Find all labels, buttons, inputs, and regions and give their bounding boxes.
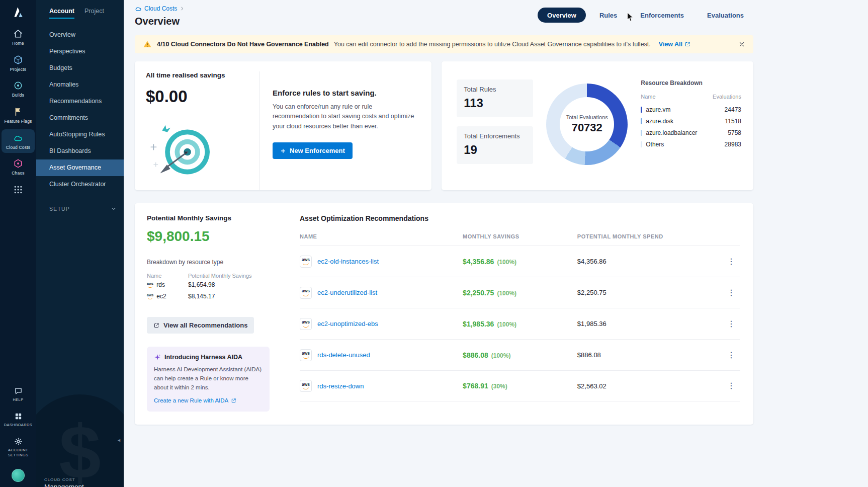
breakdown-row: Others28983 <box>641 138 741 150</box>
nav-pill-enforcements[interactable]: Enforcements <box>631 8 693 23</box>
rail-item-projects[interactable]: Projects <box>2 51 35 75</box>
rail-item-dashboards[interactable]: Dashboards <box>2 409 35 430</box>
setup-section-toggle[interactable]: SETUP <box>36 201 124 217</box>
rail-item-cloud-costs[interactable]: Cloud Costs <box>2 129 35 153</box>
monthly-savings-value: $1,985.36 <box>463 320 494 328</box>
breadcrumb-link[interactable]: Cloud Costs <box>144 5 177 12</box>
rail-item-chaos[interactable]: Chaos <box>2 155 35 179</box>
rail-item-feature-flags[interactable]: Feature Flags <box>2 103 35 127</box>
create-rule-aida-link[interactable]: Create a new Rule with AIDA <box>154 397 236 403</box>
kebab-menu-icon[interactable]: ⋮ <box>727 289 740 297</box>
kebab-menu-icon[interactable]: ⋮ <box>727 320 740 328</box>
aws-icon: aws <box>300 318 312 330</box>
user-avatar[interactable] <box>12 469 25 482</box>
rail-item-builds[interactable]: Builds <box>2 77 35 101</box>
home-icon <box>13 29 23 39</box>
sidebar-item-anomalies[interactable]: Anomalies <box>36 76 124 93</box>
savings-percentage: (100%) <box>497 321 516 328</box>
aws-icon: aws <box>300 380 312 392</box>
rail-item-modules[interactable] <box>2 181 35 198</box>
donut-label: Total Evaluations <box>566 114 608 120</box>
rail-item-home[interactable]: Home <box>2 25 35 49</box>
footer-title: Management <box>44 483 84 487</box>
recommendation-link[interactable]: rds-resize-down <box>317 382 364 390</box>
sidebar-tab-account[interactable]: Account <box>49 8 74 19</box>
nav-pill-evaluations[interactable]: Evaluations <box>698 8 753 23</box>
recommendation-link[interactable]: ec2-unoptimized-ebs <box>317 320 378 328</box>
breakdown-value: 5758 <box>728 129 741 136</box>
chaos-icon <box>13 158 23 169</box>
monthly-spend-value: $2,250.75 <box>577 289 701 296</box>
link-label: Create a new Rule with AIDA <box>154 397 228 403</box>
rail-item-label: Home <box>12 41 24 46</box>
scope-tabs: AccountProject <box>36 0 124 23</box>
sidebar-footer: CLOUD COST Management <box>44 477 84 487</box>
sidebar-item-budgets[interactable]: Budgets <box>36 60 124 76</box>
resource-name: ec2 <box>156 293 166 300</box>
breadcrumb: Cloud Costs <box>135 5 185 12</box>
column-header: NAME <box>300 233 463 239</box>
sidebar-item-overview[interactable]: Overview <box>36 27 124 43</box>
column-header-spacer <box>701 233 740 239</box>
aws-icon: aws <box>300 287 312 299</box>
aws-icon: aws <box>300 256 312 268</box>
recommendation-link[interactable]: ec2-underutilized-list <box>317 289 377 296</box>
sidebar-tab-project[interactable]: Project <box>84 8 104 19</box>
rail-item-help[interactable]: Help <box>2 383 35 405</box>
view-all-link[interactable]: View All <box>659 41 690 48</box>
table-body: awsec2-old-instances-list$4,356.86(100%)… <box>300 246 740 401</box>
sidebar-item-cluster-orchestrator[interactable]: Cluster Orchestrator <box>36 176 124 193</box>
breakdown-title: Resource Breakdown <box>641 79 741 87</box>
monthly-spend-value: $1,985.36 <box>577 320 701 328</box>
cloud-costs-sidebar: $ AccountProject OverviewPerspectivesBud… <box>36 0 124 487</box>
sidebar-item-asset-governance[interactable]: Asset Governance <box>36 159 124 176</box>
nav-pill-rules[interactable]: Rules <box>590 8 627 23</box>
kebab-menu-icon[interactable]: ⋮ <box>727 351 740 359</box>
table-title: Asset Optimization Recommendations <box>300 214 740 222</box>
topbar: Cloud Costs Overview OverviewRulesEnforc… <box>135 0 753 27</box>
kebab-menu-icon[interactable]: ⋮ <box>727 382 740 390</box>
promo-title: Introducing Harness AIDA <box>164 354 242 361</box>
breakdown-header: Name Potential Monthly Savings <box>147 273 275 279</box>
potential-savings-amount: $9,800.15 <box>147 228 275 245</box>
aws-icon: aws <box>147 282 153 288</box>
gear-icon <box>14 437 23 446</box>
asset-optimization-column: Asset Optimization Recommendations NAMEM… <box>287 214 753 412</box>
main-content: Cloud Costs Overview OverviewRulesEnforc… <box>124 0 868 487</box>
stat-value: 113 <box>464 96 526 110</box>
sidebar-item-perspectives[interactable]: Perspectives <box>36 43 124 60</box>
sidebar-item-autostopping-rules[interactable]: AutoStopping Rules <box>36 126 124 143</box>
nav-pill-overview[interactable]: Overview <box>538 8 586 23</box>
projects-icon <box>13 55 23 65</box>
sidebar-item-commitments[interactable]: Commitments <box>36 110 124 126</box>
warning-icon <box>143 40 152 49</box>
button-label: New Enforcement <box>290 147 345 154</box>
view-all-label: View All <box>659 41 682 48</box>
kebab-menu-icon[interactable]: ⋮ <box>727 258 740 266</box>
recommendation-row: awsrds-resize-down$768.91(30%)$2,563.02⋮ <box>300 370 740 401</box>
rail-item-account-settings[interactable]: Account Settings <box>2 434 35 460</box>
savings-percentage: (100%) <box>497 259 516 266</box>
sidebar-collapse-icon[interactable]: ◄ <box>117 438 121 443</box>
breakdown-name: azure.disk <box>646 118 673 125</box>
column-header: POTENTIAL MONTHLY SPEND <box>577 233 701 239</box>
aws-icon: aws <box>300 349 312 361</box>
realised-savings-card: All time realised savings $0.00 Enforce … <box>135 61 431 190</box>
breakdown-subtitle: Breakdown by resource type <box>147 259 275 266</box>
new-enforcement-button[interactable]: New Enforcement <box>273 142 353 159</box>
sparkle-icon <box>154 354 161 361</box>
recommendation-link[interactable]: rds-delete-unused <box>317 351 370 359</box>
sidebar-item-recommendations[interactable]: Recommendations <box>36 93 124 110</box>
harness-logo[interactable] <box>12 6 25 19</box>
recommendation-link[interactable]: ec2-old-instances-list <box>317 258 379 265</box>
legend-marker <box>641 118 642 124</box>
monthly-spend-value: $2,563.02 <box>577 382 701 390</box>
view-all-recommendations-button[interactable]: View all Recommendations <box>147 317 254 334</box>
breakdown-row: azure.loadbalancer5758 <box>641 127 741 138</box>
close-icon[interactable] <box>738 41 745 48</box>
sidebar-item-bi-dashboards[interactable]: BI Dashboards <box>36 143 124 159</box>
monthly-savings-value: $886.08 <box>463 351 488 359</box>
rail-item-label: Cloud Costs <box>6 145 31 150</box>
rail-item-label: Dashboards <box>4 423 33 427</box>
breakdown-name: azure.loadbalancer <box>646 129 697 136</box>
